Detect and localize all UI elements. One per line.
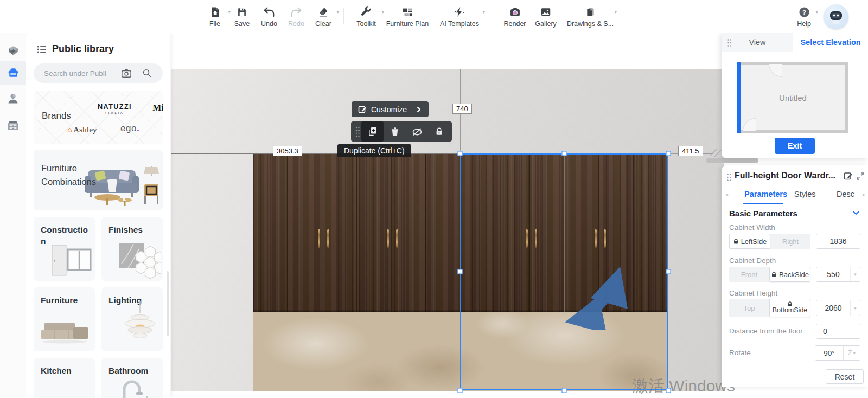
search-icon[interactable] <box>142 68 152 78</box>
rail-item-storage[interactable] <box>0 114 26 138</box>
help-button[interactable]: ? Help ▾ <box>792 0 816 28</box>
caret-down-icon[interactable]: ▾ <box>815 9 818 15</box>
caret-down-icon[interactable]: ▾ <box>614 9 617 15</box>
cabinet-depth-input[interactable] <box>816 267 850 281</box>
ai-templates-button[interactable]: AI Templates ▾ <box>433 0 486 28</box>
eye-slash-icon <box>411 126 423 138</box>
tab-view[interactable]: View <box>722 33 793 52</box>
cabinet-height-input[interactable] <box>816 300 850 316</box>
object-title: Full-height Door Wardr... <box>735 171 843 181</box>
cabinet-icon <box>6 119 20 133</box>
brand-ashley[interactable]: ⌂ Ashley <box>67 125 97 134</box>
selection-handle[interactable] <box>666 269 671 274</box>
gallery-button[interactable]: Gallery <box>530 0 561 28</box>
elevation-selector-panel: View Select Elevation Untitled Exit <box>722 33 868 158</box>
caret-down-icon: ▾ <box>853 351 856 356</box>
selection-handle[interactable] <box>666 151 671 156</box>
file-button[interactable]: File ▾ <box>201 0 228 28</box>
option-right[interactable]: Right <box>770 234 810 249</box>
drawings-button[interactable]: Drawings & S... ▾ <box>561 0 619 28</box>
toolbar-group-file: File ▾ Save Undo Redo <box>201 0 619 28</box>
tab-desc[interactable]: Desc <box>837 190 854 198</box>
brands-section[interactable]: Brands NATUZZI ITALIA Mi ⌂ Ashley ego. <box>34 91 163 144</box>
caret-down-icon[interactable]: ▾ <box>850 300 860 316</box>
exit-button[interactable]: Exit <box>775 138 815 154</box>
lock-button[interactable] <box>428 121 450 142</box>
basic-parameters-header[interactable]: Basic Parameters <box>729 209 860 218</box>
door-handle <box>387 229 389 248</box>
tab-select-elevation[interactable]: Select Elevation <box>793 33 868 52</box>
left-icon-rail <box>0 33 26 398</box>
category-lighting[interactable]: Lighting <box>101 287 163 351</box>
option-backside[interactable]: BackSide <box>769 267 810 282</box>
brand-partial[interactable]: Mi <box>152 102 163 113</box>
category-furniture[interactable]: Furniture <box>34 287 95 351</box>
distance-input[interactable] <box>816 324 860 339</box>
reset-button[interactable]: Reset <box>826 369 864 384</box>
caret-down-icon[interactable]: ▾ <box>336 9 339 15</box>
floor-plan-thumbnail[interactable]: Untitled <box>741 62 848 133</box>
cabinet-depth-segmented: Front BackSide <box>729 267 810 282</box>
edit-icon[interactable] <box>844 171 853 181</box>
lock-icon <box>733 239 739 245</box>
svg-text:?: ? <box>802 9 806 15</box>
render-camera-icon <box>509 5 521 18</box>
rotate-axis-select[interactable]: Z ▾ <box>844 346 860 360</box>
category-bathroom[interactable]: Bathroom <box>101 358 163 398</box>
rail-item-3d-model[interactable] <box>0 39 26 63</box>
door-handle <box>327 229 329 248</box>
ai-assistant-avatar[interactable] <box>824 4 848 29</box>
undo-button[interactable]: Undo <box>256 0 283 28</box>
selection-handle[interactable] <box>458 388 463 393</box>
save-button[interactable]: Save <box>228 0 256 28</box>
drag-handle-icon[interactable] <box>355 126 360 138</box>
furniture-plan-button[interactable]: Furniture Plan <box>382 0 433 28</box>
resize-handle-icon[interactable] <box>707 146 726 158</box>
category-construction[interactable]: Construction <box>34 217 95 281</box>
tab-styles[interactable]: Styles <box>794 190 816 198</box>
rail-item-profile[interactable] <box>0 87 26 111</box>
redo-button[interactable]: Redo <box>283 0 310 28</box>
image-search-icon[interactable] <box>121 68 132 78</box>
selection-handle[interactable] <box>458 151 463 156</box>
selection-handle[interactable] <box>562 151 567 156</box>
furniture-combinations-card[interactable]: Furniture Combinations <box>34 150 163 210</box>
rail-item-furniture-library[interactable] <box>0 61 26 85</box>
clear-button[interactable]: Clear ▾ <box>310 0 337 28</box>
tab-parameters[interactable]: Parameters <box>744 190 787 198</box>
option-front[interactable]: Front <box>729 267 769 282</box>
panel-scrollbar[interactable] <box>706 158 758 163</box>
ceiling-line <box>460 69 724 69</box>
brand-natuzzi[interactable]: NATUZZI ITALIA <box>98 103 132 114</box>
duplicate-button[interactable] <box>361 121 384 142</box>
customize-button[interactable]: Customize <box>352 101 429 117</box>
toolkit-button[interactable]: Toolkit ▾ <box>350 0 382 28</box>
tab-scroll-left-icon[interactable]: ◂ <box>725 191 728 197</box>
expand-icon[interactable] <box>857 172 864 180</box>
library-scrollbar[interactable] <box>167 271 169 336</box>
cabinet-width-input[interactable] <box>816 234 860 249</box>
hide-button[interactable] <box>406 121 428 142</box>
delete-button[interactable] <box>384 121 406 142</box>
distance-row <box>729 324 860 339</box>
option-leftside[interactable]: LeftSide <box>729 234 770 249</box>
option-top[interactable]: Top <box>729 299 769 317</box>
chevron-down-icon[interactable] <box>853 211 859 215</box>
selection-handle[interactable] <box>458 269 463 274</box>
category-kitchen[interactable]: Kitchen <box>34 358 95 398</box>
brand-ego[interactable]: ego. <box>120 123 139 134</box>
option-bottomside[interactable]: BottomSide <box>769 299 810 317</box>
caret-down-icon[interactable]: ▾ <box>850 267 860 281</box>
drag-handle-icon[interactable] <box>726 173 732 182</box>
tab-scroll-right-icon[interactable]: ▸ <box>863 191 865 197</box>
chevron-right-icon <box>416 106 422 113</box>
lock-icon <box>771 272 777 278</box>
selection-handle[interactable] <box>562 388 567 393</box>
caret-down-icon[interactable]: ▾ <box>482 9 485 15</box>
search-input[interactable] <box>43 69 120 78</box>
category-finishes[interactable]: Finishes <box>101 217 163 281</box>
list-icon[interactable] <box>37 44 47 54</box>
activate-windows-watermark: 激活 Windows <box>632 375 735 397</box>
render-button[interactable]: Render <box>500 0 530 28</box>
rotate-value[interactable]: 90° <box>815 346 844 360</box>
